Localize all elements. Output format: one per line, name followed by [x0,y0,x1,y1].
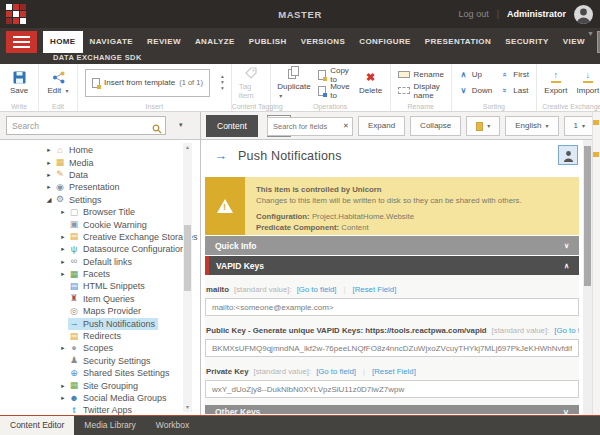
tree-item[interactable]: ▸ ∞ Default links [0,256,200,268]
tree-item-label[interactable]: Redirects [80,330,124,342]
tree-expand-icon[interactable]: ▸ [58,258,68,266]
field-input[interactable] [205,380,579,398]
tree-item[interactable]: ♟ Security Settings [0,355,200,367]
ribbon-contextual-tab[interactable]: DATA EXCHANGE SDK [53,53,142,62]
tree-expand-icon[interactable]: ▸ [58,208,68,216]
save-button[interactable]: Save [7,70,31,95]
tree-item[interactable]: ▸ ☻ Social Media Groups [0,392,200,404]
rename-button[interactable]: Rename [398,69,444,81]
sort-down-button[interactable]: ∨ Down [459,85,492,97]
move-to-button[interactable]: Move to [318,85,350,97]
tree-item[interactable]: ▸ ✎ Data [0,169,200,181]
tab-content[interactable]: Content [206,115,258,137]
language-dropdown[interactable]: English ▾ [505,116,558,136]
section-vapid-keys[interactable]: VAPID Keys ∧ [205,256,579,275]
ribbon-tab[interactable]: NAVIGATE [83,31,140,53]
search-for-fields-input[interactable] [268,122,352,131]
tree-item-label[interactable]: Creative Exchange Storages [80,231,200,243]
reset-field-link[interactable]: [Reset Field] [372,367,416,376]
insert-spinner[interactable]: ▴ ▾ ▾ [221,74,224,91]
tree-item-label[interactable]: Settings [66,194,105,206]
display-name-button[interactable]: Display name [398,85,444,97]
collapse-button[interactable]: Collapse [410,116,461,136]
tree-item-label[interactable]: Default links [80,256,135,268]
go-to-field-link[interactable]: [Go to field] [554,326,579,335]
sort-last-button[interactable]: » Last [500,85,529,97]
profile-dropdown[interactable]: ▾ [466,116,500,136]
duplicate-button[interactable]: Duplicate ▾ [278,66,311,100]
tree-item[interactable]: ◢ ⚙ Settings [0,194,200,206]
tree-item[interactable]: ▤ Redirects [0,330,200,342]
tree-item-label[interactable]: Item Queries [80,293,138,305]
import-button[interactable]: ↓ Import [576,70,600,95]
tree-item-label[interactable]: Home [66,144,96,156]
tag-item-button[interactable]: Tag item [239,66,263,100]
ribbon-collapse-icon[interactable]: ▼ [587,30,594,37]
app-tab[interactable]: Workbox [146,416,199,435]
avatar[interactable] [574,5,593,24]
sort-first-button[interactable]: » First [500,69,529,81]
tree-item[interactable]: ◎ Maps Provider [0,305,200,317]
tree-item[interactable]: ♜ Item Queries [0,293,200,305]
go-to-field-link[interactable]: [Go to field] [316,367,356,376]
tree-item[interactable]: ▤ HTML Snippets [0,280,200,292]
tree-expand-icon[interactable]: ▸ [44,171,54,179]
tree-item-label[interactable]: Security Settings [80,355,154,367]
tree-item-label[interactable]: HTML Snippets [80,280,148,292]
owner-button[interactable] [558,145,578,165]
scroll-down-icon[interactable]: ▾ [183,403,192,412]
tree-item-label[interactable]: Data [66,169,91,181]
search-marker[interactable] [593,152,599,157]
tree-item-label[interactable]: Site Grouping [80,380,141,392]
logout-link[interactable]: Log out [459,9,489,19]
tree-item-label[interactable]: Maps Provider [80,305,144,317]
ribbon-tab[interactable]: HOME [43,31,83,53]
tree-item[interactable]: ▸ ◉ Presentation [0,181,200,193]
menu-button[interactable] [6,31,37,53]
tree-item[interactable]: ⊕ Shared Sites Settings [0,367,200,379]
go-to-field-link[interactable]: [Go to field] [297,285,337,294]
tree-item[interactable]: ▸ ▦ Facets [0,268,200,280]
ribbon-tab[interactable]: PRESENTATION [418,31,498,53]
tree-expand-icon[interactable]: ▸ [58,394,68,402]
tree-item[interactable]: ▸ ▦ Site Grouping [0,379,200,391]
scroll-up-icon[interactable]: ▴ [183,143,192,152]
sort-up-button[interactable]: ∧ Up [459,69,492,81]
tree-item-label[interactable]: Media [66,157,97,169]
tree-item-label[interactable]: Shared Sites Settings [80,367,173,379]
app-tab[interactable]: Media Library [74,416,146,435]
version-dropdown[interactable]: 1 ▾ [564,116,595,136]
tree-item-label[interactable]: Scopes [80,342,116,354]
tree-item-label[interactable]: Social Media Groups [80,392,170,404]
insert-from-template-button[interactable]: Insert from template (1 of 1) [85,69,210,97]
tree-item[interactable]: ▸ ▦ Media [0,156,200,168]
ribbon-tab[interactable]: SECURITY [498,31,556,53]
editor-scrollbar[interactable] [583,140,592,415]
tree-item-label[interactable]: Twitter Apps [80,404,135,415]
reset-field-link[interactable]: [Reset Field] [353,285,397,294]
tree-expand-icon[interactable]: ▸ [58,245,68,253]
tree-item-label[interactable]: Presentation [66,181,123,193]
tree-expand-icon[interactable]: ▸ [44,146,54,154]
tree-item[interactable]: ▸ ● Scopes [0,342,200,354]
scrollbar-thumb[interactable] [184,225,191,291]
ribbon-tab[interactable]: REVIEW [140,31,188,53]
tree-item[interactable]: ▸ ψ Datasource Configurations [0,243,200,255]
search-input[interactable] [6,116,166,135]
tree-item-label[interactable]: Datasource Configurations [80,243,193,255]
field-input[interactable] [205,339,579,357]
tree-item[interactable]: ▸ ⌂ Home [0,144,200,156]
tree-expand-icon[interactable]: ▸ [58,344,68,352]
tree-item-label[interactable]: Cookie Warning [80,219,150,231]
copy-to-button[interactable]: Copy to [318,69,350,81]
tree-item[interactable]: t Twitter Apps [0,404,200,415]
tree-expand-icon[interactable]: ◢ [44,196,54,204]
clear-search-icon[interactable]: ✕ [343,122,349,130]
tree-item[interactable]: → Push Notifications [0,317,200,329]
section-other-keys[interactable]: Other Keys ∨ [205,405,579,414]
expand-button[interactable]: Expand [358,116,405,136]
tree-item-label[interactable]: Browser Title [80,206,138,218]
tree-expand-icon[interactable]: ▸ [58,270,68,278]
app-tab[interactable]: Content Editor [0,416,74,435]
tree-expand-icon[interactable]: ▸ [58,233,68,241]
